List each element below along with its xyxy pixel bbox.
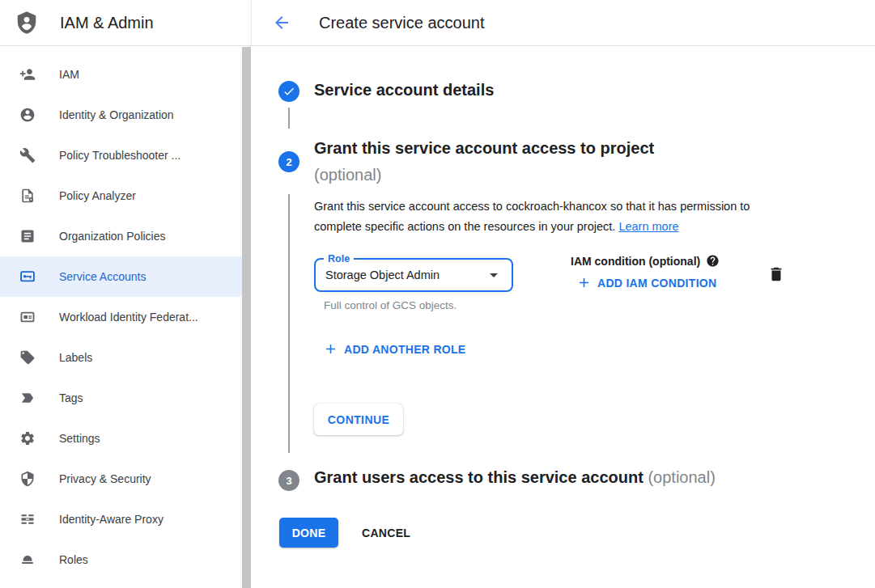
step2-number-badge: 2 [278,151,299,172]
step-connector [288,194,290,453]
sidebar-item-policy-troubleshooter[interactable]: Policy Troubleshooter ... [0,135,250,176]
sidebar-item-label: Organization Policies [59,230,166,243]
sidebar-item-roles[interactable]: Roles [0,539,250,580]
person-add-icon [19,66,36,82]
back-arrow-icon[interactable] [271,12,292,33]
sidebar-item-workload-identity-federation[interactable]: Workload Identity Federat... [0,297,250,337]
step3-optional-label: (optional) [648,468,715,486]
step1-check-icon [278,81,299,102]
sidebar-item-labels[interactable]: Labels [0,337,250,378]
document-lines-icon [19,228,36,244]
sidebar-item-settings[interactable]: Settings [0,418,250,459]
iam-condition-header: IAM condition (optional) [571,254,720,268]
wrench-icon [19,147,36,163]
service-account-key-icon [19,269,36,285]
product-header: IAM & Admin [0,0,252,45]
sidebar-item-label: Privacy & Security [59,472,151,485]
delete-role-trash-icon[interactable] [765,263,788,286]
add-iam-condition-button[interactable]: ADD IAM CONDITION [576,275,716,290]
step1-title: Service account details [314,81,494,99]
step2-optional-label: (optional) [314,163,654,186]
iam-condition-label: IAM condition (optional) [571,255,700,268]
step3-title: Grant users access to this service accou… [314,468,716,487]
sidebar-scrollbar[interactable] [242,47,251,588]
page-title: Create service account [319,14,485,32]
continue-button[interactable]: CONTINUE [314,404,403,435]
add-another-role-button[interactable]: ADD ANOTHER ROLE [323,341,466,357]
step3-title-text: Grant users access to this service accou… [314,468,644,486]
account-circle-icon [19,107,36,123]
chevron-down-icon [484,265,503,285]
product-title: IAM & Admin [60,14,154,32]
sidebar-item-label: Tags [59,391,83,404]
sidebar-item-iam[interactable]: IAM [0,54,250,95]
sidebar-item-label: Workload Identity Federat... [59,311,198,324]
step2-title-text: Grant this service account access to pro… [314,139,654,157]
id-card-icon [19,309,36,325]
cancel-button[interactable]: CANCEL [360,520,412,546]
role-field-label: Role [324,252,354,265]
iam-admin-console: IAM & Admin Create service account IAM I… [0,0,875,588]
sidebar-item-tags[interactable]: Tags [0,378,250,418]
iam-shield-logo-icon [15,10,39,36]
sidebar-item-label: Policy Troubleshooter ... [59,149,181,162]
role-select[interactable]: Role Storage Object Admin [314,258,513,292]
sidebar-item-policy-analyzer[interactable]: Policy Analyzer [0,176,250,216]
sidebar-item-label: Identity-Aware Proxy [59,513,164,526]
sidebar-item-service-accounts[interactable]: Service Accounts [0,256,250,297]
plus-icon [323,341,338,357]
sidebar-item-label: Service Accounts [59,270,146,283]
step2-title: Grant this service account access to pro… [314,137,654,186]
sidebar-item-label: Labels [59,351,92,364]
sidebar-item-identity-aware-proxy[interactable]: Identity-Aware Proxy [0,499,250,539]
gear-icon [19,430,36,446]
role-selected-value: Storage Object Admin [325,269,484,281]
label-tag-icon [19,349,36,366]
sidebar-item-label: Settings [59,432,100,445]
sidebar-item-label: Policy Analyzer [59,189,136,202]
hat-icon [19,552,36,568]
page-header: Create service account [252,0,485,45]
top-header: IAM & Admin Create service account [0,0,875,46]
sidebar-item-organization-policies[interactable]: Organization Policies [0,216,250,256]
sidebar-item-label: Roles [59,553,88,566]
document-gear-icon [19,188,36,204]
step2-description: Grant this service account access to coc… [314,197,793,237]
role-helper-text: Full control of GCS objects. [324,299,457,311]
step3-number-badge: 3 [278,470,299,491]
tag-arrow-icon [19,390,36,406]
sidebar-item-label: IAM [59,68,79,81]
step2-description-text: Grant this service account access to coc… [314,200,750,233]
shield-icon [19,471,36,487]
plus-icon [576,275,592,290]
help-icon[interactable] [706,254,720,268]
done-button[interactable]: DONE [279,518,338,548]
step-connector [288,108,290,129]
sidebar-item-identity-organization[interactable]: Identity & Organization [0,95,250,135]
add-another-role-label: ADD ANOTHER ROLE [344,343,466,356]
sidebar-nav: IAM Identity & Organization Policy Troub… [0,46,251,588]
proxy-stripes-icon [19,511,36,527]
create-service-account-form: Service account details 2 Grant this ser… [252,46,875,588]
learn-more-link[interactable]: Learn more [618,220,678,233]
add-iam-condition-label: ADD IAM CONDITION [597,277,716,290]
sidebar-item-label: Identity & Organization [59,108,174,121]
form-actions: DONE CANCEL [279,518,412,548]
sidebar-item-privacy-security[interactable]: Privacy & Security [0,459,250,499]
